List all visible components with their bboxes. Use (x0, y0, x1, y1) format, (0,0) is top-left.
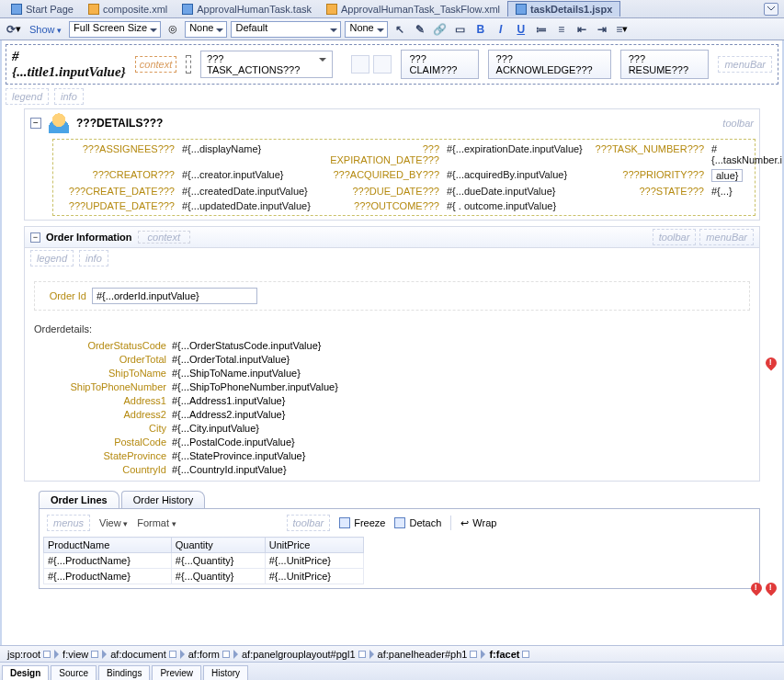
orderinfo-legend-row: legend info (25, 248, 759, 268)
structure-breadcrumb[interactable]: jsp:root f:view af:document af:form af:p… (0, 645, 784, 662)
mode-tab-bindings[interactable]: Bindings (98, 665, 150, 680)
screen-size-select[interactable]: Full Screen Size (69, 21, 161, 38)
tasknumber-label: ???TASK_NUMBER??? (588, 143, 708, 165)
breadcrumb-node[interactable]: f:view (59, 649, 102, 660)
tab-taskflow[interactable]: ApprovalHumanTask_TaskFlow.xml (319, 2, 507, 17)
assignees-value: #{...displayName} (182, 143, 320, 165)
breadcrumb-node[interactable]: af:panelgrouplayout#pgl1 (238, 649, 369, 660)
breadcrumb-node[interactable]: jsp:root (4, 649, 54, 660)
details-collapse-button[interactable]: − (30, 118, 41, 129)
orderinfo-legend-facet[interactable]: legend (30, 250, 74, 266)
context-facet[interactable]: context (135, 56, 176, 73)
tasknumber-value: #{...taskNumber.inputValue} (711, 143, 784, 165)
refresh-button[interactable]: ⟳▾ (6, 21, 22, 38)
claim-button[interactable]: ???CLAIM??? (401, 50, 478, 79)
orderinfo-info-facet[interactable]: info (79, 250, 108, 266)
toolbar-placeholder-2[interactable] (373, 55, 392, 74)
lines-menus-facet[interactable]: menus (47, 515, 90, 531)
list-ol-button[interactable]: ≡ (553, 21, 570, 38)
box-button[interactable]: ▭ (452, 21, 469, 38)
orderinfo-context-facet[interactable]: context (138, 231, 190, 244)
tab-order-lines[interactable]: Order Lines (39, 491, 119, 508)
breadcrumb-dropdown[interactable] (470, 651, 477, 658)
acknowledge-button[interactable]: ???ACKNOWLEDGE??? (488, 50, 611, 79)
tab-taskdetails[interactable]: taskDetails1.jspx (507, 1, 620, 17)
order-lines-table[interactable]: ProductName Quantity UnitPrice #{...Prod… (43, 537, 364, 584)
orderinfo-collapse-button[interactable]: − (30, 232, 40, 243)
panel-header-row[interactable]: #{...title1.inputValue} context ???TASK_… (6, 44, 778, 85)
col-unitprice[interactable]: UnitPrice (265, 538, 363, 553)
tab-composite[interactable]: composite.xml (81, 2, 175, 17)
duedate-label: ???DUE_DATE??? (324, 186, 443, 197)
table-row[interactable]: #{...ProductName} #{...Quantity} #{...Un… (44, 553, 364, 569)
info-facet[interactable]: info (54, 88, 84, 105)
italic-button[interactable]: I (493, 21, 509, 38)
breadcrumb-node[interactable]: f:facet (485, 649, 533, 660)
bold-button[interactable]: B (472, 21, 489, 38)
field-value: #{...Address1.inputValue} (172, 395, 750, 406)
show-menu[interactable]: Show (26, 24, 65, 35)
error-marker-icon[interactable] (764, 581, 779, 596)
breadcrumb-dropdown[interactable] (358, 651, 366, 658)
order-lines-region[interactable]: Order Lines Order History menus View For… (39, 491, 760, 589)
breadcrumb-node[interactable]: af:form (185, 649, 233, 660)
mode-tab-preview[interactable]: Preview (152, 665, 201, 680)
col-quantity[interactable]: Quantity (171, 538, 265, 553)
locale-button[interactable]: ◎ (165, 21, 181, 38)
locale-select[interactable]: None (185, 21, 227, 38)
view-menu[interactable]: View (99, 517, 128, 528)
underline-button[interactable]: U (513, 21, 529, 38)
breadcrumb-node[interactable]: af:document (107, 649, 180, 660)
breadcrumb-node[interactable]: af:panelheader#ph1 (374, 649, 482, 660)
freeze-button[interactable]: Freeze (339, 517, 385, 528)
breadcrumb-dropdown[interactable] (522, 651, 529, 658)
menubar-facet[interactable]: menuBar (718, 56, 772, 73)
design-canvas[interactable]: #{...title1.inputValue} context ???TASK_… (0, 40, 784, 662)
orderid-input[interactable] (92, 288, 257, 304)
detach-button[interactable]: Detach (394, 517, 441, 528)
details-body[interactable]: ???ASSIGNEES??? #{...displayName} ???EXP… (52, 139, 756, 216)
font-family-select[interactable]: None (345, 21, 387, 38)
state-value: #{...} (711, 186, 784, 197)
link-tool[interactable]: 🔗 (432, 21, 449, 38)
details-panel[interactable]: − ???DETAILS??? toolbar ???ASSIGNEES??? … (24, 108, 760, 221)
acquiredby-value: #{...acquiredBy.inputValue} (447, 169, 585, 182)
priority-value[interactable]: alue} (711, 169, 784, 182)
list-ul-button[interactable]: ≔ (533, 21, 550, 38)
breadcrumb-dropdown[interactable] (91, 651, 98, 658)
format-menu[interactable]: Format (137, 517, 176, 528)
orderid-row[interactable]: Order Id (34, 281, 750, 311)
legend-row: legend info (6, 88, 778, 105)
outdent-button[interactable]: ⇤ (574, 21, 590, 38)
mode-tab-history[interactable]: History (203, 665, 248, 680)
style-select[interactable]: Default (231, 21, 341, 38)
wrap-button[interactable]: ↩Wrap (460, 517, 496, 529)
mode-tab-design[interactable]: Design (2, 665, 49, 680)
tab-overflow-button[interactable] (764, 3, 778, 16)
breadcrumb-dropdown[interactable] (222, 651, 230, 658)
brush-tool[interactable]: ✎ (412, 21, 428, 38)
orderinfo-menubar-facet[interactable]: menuBar (699, 229, 754, 245)
col-productname[interactable]: ProductName (44, 538, 172, 553)
mode-tab-source[interactable]: Source (51, 665, 97, 680)
table-row[interactable]: #{...ProductName} #{...Quantity} #{...Un… (44, 569, 364, 584)
tab-humantask[interactable]: ApprovalHumanTask.task (175, 2, 319, 17)
tab-startpage[interactable]: Start Page (4, 2, 81, 17)
legend-facet[interactable]: legend (6, 88, 49, 105)
toolbar-placeholder-1[interactable] (351, 55, 369, 74)
align-button[interactable]: ≡▾ (614, 21, 631, 38)
lines-toolbar-facet[interactable]: toolbar (287, 515, 331, 531)
facet-placeholders (351, 55, 392, 74)
breadcrumb-dropdown[interactable] (169, 651, 176, 658)
breadcrumb-dropdown[interactable] (43, 651, 51, 658)
order-info-panel[interactable]: − Order Information context toolbar menu… (24, 226, 760, 482)
error-marker-icon[interactable] (749, 581, 765, 596)
indent-button[interactable]: ⇥ (594, 21, 610, 38)
resume-button[interactable]: ???RESUME??? (620, 50, 710, 79)
error-marker-icon[interactable] (764, 356, 779, 371)
cursor-tool[interactable]: ↖ (392, 21, 408, 38)
orderinfo-toolbar-facet[interactable]: toolbar (653, 229, 697, 245)
task-actions-dropdown[interactable]: ???TASK_ACTIONS??? (200, 51, 333, 78)
tab-order-history[interactable]: Order History (121, 491, 205, 508)
details-toolbar-facet[interactable]: toolbar (722, 118, 754, 129)
